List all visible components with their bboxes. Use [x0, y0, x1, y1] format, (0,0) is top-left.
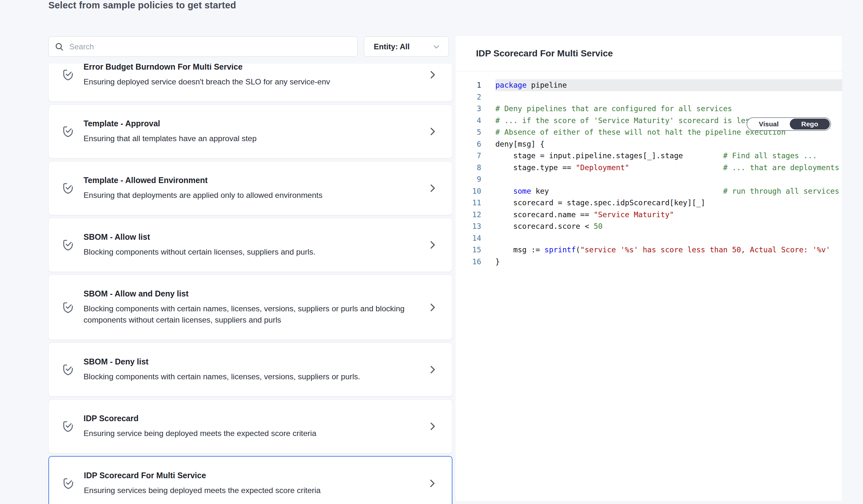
- line-number: 10: [455, 185, 481, 197]
- code-token-kw: sprintf: [545, 246, 576, 254]
- code-text: stage = input.pipeline.stages[_].stage #…: [495, 150, 842, 162]
- code-text: # Deny pipelines that are configured for…: [495, 103, 842, 115]
- policy-card-text: SBOM - Allow and Deny listBlocking compo…: [84, 289, 420, 325]
- chevron-right-icon[interactable]: [427, 69, 438, 80]
- policy-card-chevron[interactable]: [427, 302, 438, 313]
- search-input[interactable]: [69, 42, 351, 51]
- chevron-right-icon[interactable]: [427, 302, 438, 313]
- code-line-7: 7 stage = input.pipeline.stages[_].stage…: [455, 150, 842, 162]
- code-token-kw: some: [513, 187, 531, 195]
- policy-card[interactable]: Template - ApprovalEnsuring that all tem…: [48, 104, 452, 158]
- code-line-14: 14: [455, 232, 842, 244]
- policy-card[interactable]: SBOM - Deny listBlocking components with…: [48, 343, 452, 397]
- code-line-13: 13 scorecard.score < 50: [455, 220, 842, 232]
- code-text: some key # run through all services: [495, 185, 842, 197]
- code-token-plain: pipeline: [527, 81, 567, 89]
- code-token-com: # Find all stages ...: [723, 152, 817, 160]
- policy-card-chevron[interactable]: [427, 421, 438, 432]
- code-token-plain: msg :=: [495, 246, 545, 254]
- code-line-2: 2: [455, 91, 842, 103]
- code-token-str: "Service Maturity": [594, 210, 674, 219]
- code-text: package pipeline: [495, 79, 842, 91]
- chevron-right-icon[interactable]: [427, 421, 438, 432]
- policy-card-text: Template - ApprovalEnsuring that all tem…: [84, 119, 420, 144]
- policy-card-title: SBOM - Allow and Deny list: [84, 289, 420, 298]
- line-number: 6: [455, 138, 481, 150]
- policy-card-text: IDP Scorecard For Multi ServiceEnsuring …: [84, 471, 420, 496]
- code-line-9: 9: [455, 173, 842, 185]
- line-number: 3: [455, 103, 481, 115]
- policy-card-chevron[interactable]: [427, 240, 438, 250]
- policy-card-description: Ensuring deployed service doesn't breach…: [84, 76, 412, 87]
- policy-card-description: Blocking components without certain lice…: [84, 246, 412, 258]
- entity-filter-dropdown[interactable]: Entity: All: [364, 36, 449, 57]
- search-box[interactable]: [48, 36, 358, 57]
- policy-icon-wrap: [62, 238, 75, 252]
- chevron-right-icon[interactable]: [427, 183, 438, 194]
- toggle-visual-button[interactable]: Visual: [748, 119, 789, 130]
- line-number: 1: [455, 79, 481, 91]
- policy-card[interactable]: Template - Allowed EnvironmentEnsuring t…: [48, 161, 452, 215]
- code-text: [495, 173, 842, 185]
- policy-card-text: Error Budget Burndown For Multi ServiceE…: [84, 64, 420, 87]
- code-text: [495, 91, 842, 103]
- policy-card-description: Blocking components with certain names, …: [84, 371, 412, 382]
- policy-card-chevron[interactable]: [427, 364, 438, 375]
- policy-card[interactable]: IDP Scorecard For Multi ServiceEnsuring …: [48, 456, 452, 504]
- policy-card-description: Ensuring service being deployed meets th…: [84, 428, 412, 439]
- code-line-16: 16}: [455, 256, 842, 268]
- shield-check-icon: [62, 419, 75, 433]
- line-number: 11: [455, 197, 481, 209]
- policy-card[interactable]: SBOM - Allow and Deny listBlocking compo…: [48, 274, 452, 340]
- policy-card-chevron[interactable]: [427, 69, 438, 80]
- line-number: 4: [455, 115, 481, 127]
- line-number: 5: [455, 126, 481, 138]
- policy-card-chevron[interactable]: [427, 183, 438, 194]
- code-token-plain: }: [495, 258, 500, 266]
- code-token-plain: scorecard.name ==: [495, 210, 594, 219]
- line-number: 2: [455, 91, 481, 103]
- code-token-com: # Deny pipelines that are configured for…: [495, 104, 732, 113]
- code-text: scorecard = stage.spec.idpScorecard[key]…: [495, 197, 842, 209]
- code-line-1: 1package pipeline: [455, 79, 842, 91]
- shield-check-icon: [62, 363, 75, 376]
- shield-check-icon: [62, 125, 75, 138]
- code-token-str: "service '%s' has score less than 50, Ac…: [580, 246, 830, 254]
- code-token-plain: deny[msg] {: [495, 140, 545, 148]
- line-number: 7: [455, 150, 481, 162]
- sample-policies-screen: Select from sample policies to get start…: [0, 0, 863, 504]
- code-text: scorecard.score < 50: [495, 220, 842, 232]
- code-text: msg := sprintf("service '%s' has score l…: [495, 244, 842, 256]
- code-token-kw: package: [495, 81, 527, 89]
- policy-card-text: SBOM - Deny listBlocking components with…: [84, 357, 420, 382]
- policy-icon-wrap: [62, 68, 75, 81]
- policy-list: Error Budget Burndown For Multi ServiceE…: [48, 64, 452, 504]
- code-token-com: # run through all services: [723, 187, 839, 195]
- policy-card-chevron[interactable]: [427, 126, 438, 137]
- policy-card-chevron[interactable]: [427, 478, 438, 489]
- code-token-plain: [549, 187, 723, 195]
- policy-icon-wrap: [62, 477, 75, 490]
- code-text: [495, 232, 842, 244]
- code-line-12: 12 scorecard.name == "Service Maturity": [455, 209, 842, 221]
- shield-check-icon: [62, 477, 75, 490]
- policy-card-title: IDP Scorecard For Multi Service: [84, 471, 420, 480]
- code-token-com: # Absence of either of these will not ha…: [495, 128, 786, 136]
- chevron-right-icon[interactable]: [427, 240, 438, 250]
- line-number: 16: [455, 256, 481, 268]
- shield-check-icon: [62, 301, 75, 314]
- chevron-right-icon[interactable]: [427, 478, 438, 489]
- chevron-right-icon[interactable]: [427, 364, 438, 375]
- code-token-plain: [629, 164, 723, 172]
- policy-card[interactable]: Error Budget Burndown For Multi ServiceE…: [48, 64, 452, 102]
- entity-filter-label: Entity: All: [374, 42, 410, 51]
- line-number: 12: [455, 209, 481, 221]
- toggle-rego-button[interactable]: Rego: [790, 119, 830, 130]
- policy-card[interactable]: IDP ScorecardEnsuring service being depl…: [48, 399, 452, 453]
- code-text: scorecard.name == "Service Maturity": [495, 209, 842, 221]
- chevron-right-icon[interactable]: [427, 126, 438, 137]
- policy-card[interactable]: SBOM - Allow listBlocking components wit…: [48, 218, 452, 272]
- code-line-11: 11 scorecard = stage.spec.idpScorecard[k…: [455, 197, 842, 209]
- line-number: 13: [455, 220, 481, 232]
- policy-card-title: IDP Scorecard: [84, 414, 420, 423]
